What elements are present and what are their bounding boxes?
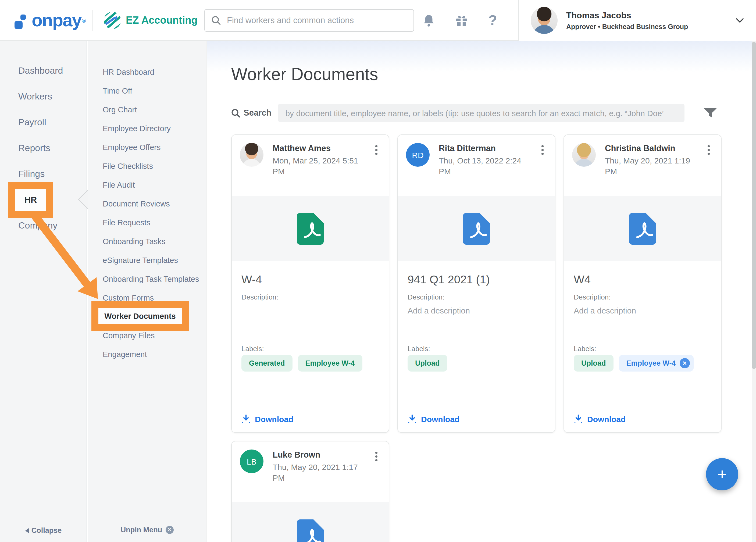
label-text: Employee W-4 <box>305 359 355 367</box>
hr-highlight-box: HR <box>8 182 53 218</box>
onpay-logo[interactable]: onpay ® <box>15 0 86 41</box>
app-window: onpay ® EZ Accounting <box>0 0 756 542</box>
unpin-menu-button[interactable]: Unpin Menu ✕ <box>88 526 206 534</box>
sidebar-item-payroll[interactable]: Payroll <box>0 110 87 135</box>
main-content: Worker Documents Search Matthew AmesMon,… <box>207 41 756 542</box>
label-pill-employee-w-4[interactable]: Employee W-4✕ <box>619 355 694 372</box>
submenu-item-hr-dashboard[interactable]: HR Dashboard <box>88 62 206 81</box>
card-menu-kebab-icon[interactable] <box>372 450 381 502</box>
label-pill-upload[interactable]: Upload <box>408 355 447 372</box>
submenu-item-file-requests[interactable]: File Requests <box>88 213 206 232</box>
collapse-sidebar-button[interactable]: Collapse <box>0 526 87 534</box>
pdf-file-icon <box>297 213 324 244</box>
document-title: W-4 <box>241 273 379 286</box>
document-card-matthew-ames: Matthew AmesMon, Mar 25, 2024 5:51 PMW-4… <box>231 134 389 433</box>
chevron-down-icon[interactable] <box>736 18 744 23</box>
labels-label: Labels: <box>241 345 264 353</box>
download-label: Download <box>587 415 626 424</box>
secondary-sidebar: HR DashboardTime OffOrg ChartEmployee Di… <box>88 41 206 542</box>
user-avatar <box>531 7 558 34</box>
primary-sidebar: DashboardWorkersPayrollReportsFilingsHRC… <box>0 41 87 542</box>
label-text: Upload <box>415 359 440 367</box>
search-icon <box>211 16 221 25</box>
document-date: Thu, May 20, 2021 1:19 PM <box>605 155 697 177</box>
employee-name: Matthew Ames <box>273 143 372 154</box>
document-preview[interactable] <box>232 196 389 261</box>
download-icon <box>241 415 251 424</box>
document-preview[interactable] <box>232 502 389 542</box>
download-button[interactable]: Download <box>408 415 459 424</box>
pdf-file-icon <box>629 213 656 244</box>
sidebar-item-reports[interactable]: Reports <box>0 135 87 161</box>
labels-label: Labels: <box>408 345 430 353</box>
download-button[interactable]: Download <box>241 415 293 424</box>
header-divider <box>92 10 93 31</box>
company-logo[interactable]: EZ Accounting <box>103 0 198 41</box>
submenu-item-employee-offers[interactable]: Employee Offers <box>88 138 206 156</box>
pdf-file-icon <box>297 519 324 542</box>
submenu-item-time-off[interactable]: Time Off <box>88 81 206 100</box>
label-text: Employee W-4 <box>626 359 676 367</box>
description-label: Description: <box>408 293 545 301</box>
global-search[interactable] <box>204 9 414 32</box>
submenu-item-org-chart[interactable]: Org Chart <box>88 100 206 119</box>
global-search-input[interactable] <box>226 15 407 26</box>
notifications-bell-icon[interactable] <box>423 14 435 27</box>
submenu-item-engagement[interactable]: Engagement <box>88 345 206 363</box>
submenu-item-file-checklists[interactable]: File Checklists <box>88 156 206 175</box>
sidebar-item-dashboard[interactable]: Dashboard <box>0 58 87 84</box>
label-pill-generated[interactable]: Generated <box>241 355 293 372</box>
document-preview[interactable] <box>564 196 721 261</box>
top-header: onpay ® EZ Accounting <box>0 0 756 41</box>
download-button[interactable]: Download <box>574 415 626 424</box>
submenu-item-employee-directory[interactable]: Employee Directory <box>88 119 206 138</box>
label-pill-upload[interactable]: Upload <box>574 355 614 372</box>
add-document-button[interactable]: + <box>706 458 738 490</box>
employee-name: Christina Baldwin <box>605 143 704 154</box>
download-label: Download <box>255 415 293 424</box>
download-icon <box>574 415 583 424</box>
submenu-item-file-audit[interactable]: File Audit <box>88 175 206 194</box>
employee-avatar: LB <box>240 450 263 473</box>
remove-label-icon[interactable]: ✕ <box>680 358 690 368</box>
card-menu-kebab-icon[interactable] <box>372 143 381 196</box>
document-preview[interactable] <box>398 196 555 261</box>
onpay-logo-text: onpay <box>32 0 81 41</box>
user-role: Approver • Buckhead Business Group <box>566 23 688 31</box>
submenu-item-esignature-templates[interactable]: eSignature Templates <box>88 251 206 269</box>
scrollbar-thumb[interactable] <box>752 42 756 369</box>
document-date: Mon, Mar 25, 2024 5:51 PM <box>273 155 365 177</box>
document-date: Thu, Oct 13, 2022 2:24 PM <box>439 155 531 177</box>
gift-icon[interactable] <box>455 14 468 27</box>
label-pill-employee-w-4[interactable]: Employee W-4 <box>298 355 362 372</box>
document-card-luke-brown: LBLuke BrownThu, May 20, 2021 1:17 PM <box>231 441 389 542</box>
description-label: Description: <box>241 293 379 301</box>
description-placeholder[interactable]: Add a description <box>408 306 545 315</box>
label-text: Generated <box>249 359 285 367</box>
collapse-arrow-icon <box>26 528 29 533</box>
submenu-item-onboarding-tasks[interactable]: Onboarding Tasks <box>88 232 206 251</box>
submenu-item-onboarding-task-templates[interactable]: Onboarding Task Templates <box>88 269 206 288</box>
card-menu-kebab-icon[interactable] <box>538 143 547 196</box>
filter-funnel-icon[interactable] <box>704 107 716 119</box>
ez-accounting-logo-icon <box>103 11 122 30</box>
employee-name: Luke Brown <box>273 450 372 460</box>
document-cards-grid: Matthew AmesMon, Mar 25, 2024 5:51 PMW-4… <box>231 134 722 542</box>
document-title: W4 <box>574 273 711 286</box>
description-placeholder[interactable]: Add a description <box>574 306 711 315</box>
worker-documents-highlight-box: Worker Documents <box>91 301 189 331</box>
card-menu-kebab-icon[interactable] <box>704 143 713 196</box>
page-title: Worker Documents <box>231 65 378 84</box>
help-icon[interactable]: ? <box>488 0 497 41</box>
sidebar-item-workers[interactable]: Workers <box>0 84 87 110</box>
label-text: Upload <box>581 359 606 367</box>
onpay-logo-mark-icon <box>15 10 31 31</box>
employee-avatar <box>240 143 263 167</box>
download-label: Download <box>421 415 459 424</box>
employee-avatar <box>572 143 596 167</box>
user-menu[interactable]: Thomas Jacobs Approver • Buckhead Busine… <box>518 0 756 41</box>
pdf-file-icon <box>463 213 490 244</box>
submenu-item-document-reviews[interactable]: Document Reviews <box>88 194 206 213</box>
document-search-input[interactable] <box>278 104 684 122</box>
scrollbar[interactable] <box>752 41 756 542</box>
